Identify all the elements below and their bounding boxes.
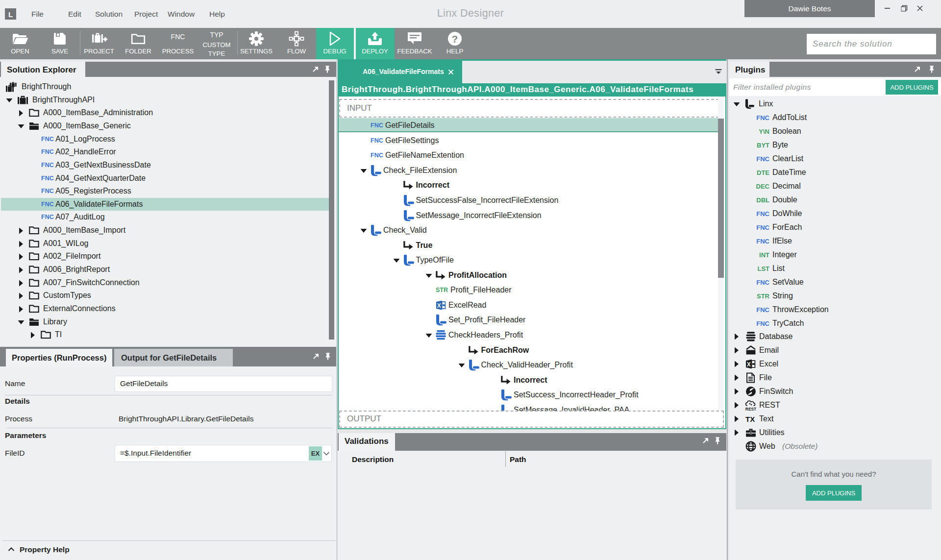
svg-text:REST: REST: [745, 407, 757, 412]
svg-text:X: X: [747, 361, 751, 368]
svg-text:X: X: [437, 302, 441, 309]
svg-text:?: ?: [452, 33, 458, 45]
